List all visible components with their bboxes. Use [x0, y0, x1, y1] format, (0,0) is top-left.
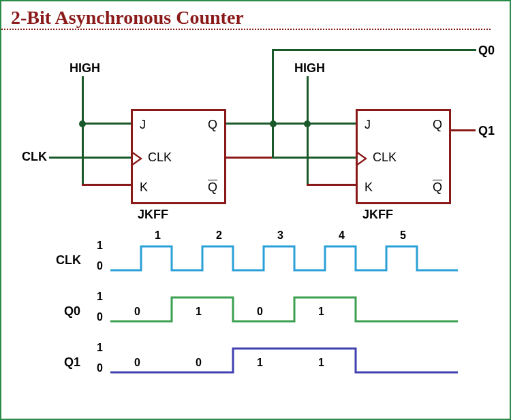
ff1-pin-clk: CLK — [148, 150, 172, 165]
timing-q0-lo: 0 — [97, 311, 103, 323]
ff1-pin-k: K — [140, 180, 148, 195]
circuit-diagram: HIGH HIGH CLK Q0 Q1 J CLK K — [1, 35, 511, 417]
label-high-2: HIGH — [294, 61, 325, 76]
ff2-pin-q: Q — [433, 118, 442, 132]
wire-q1-out — [451, 129, 476, 131]
timing-clk-lo: 0 — [97, 260, 103, 272]
label-high-1: HIGH — [69, 61, 100, 76]
junction-q0 — [270, 120, 277, 127]
wire-high1-to-j — [82, 123, 131, 125]
ff2-pin-k: K — [365, 180, 373, 195]
timing-q0-hi: 1 — [97, 291, 103, 303]
label-clk-input: CLK — [22, 150, 47, 164]
page-title: 2-Bit Asynchronous Counter — [1, 1, 491, 30]
ff2-pin-qbar: Q — [433, 180, 442, 195]
wire-q-ff1-to-ff2-a — [226, 157, 274, 159]
q0-waveform — [110, 291, 465, 325]
wire-clk-in — [49, 157, 131, 159]
label-q1-output: Q1 — [478, 124, 495, 138]
ff1-pin-q: Q — [208, 118, 217, 132]
ff1-name: JKFF — [138, 208, 168, 222]
wire-high2-vert — [307, 76, 309, 185]
junction-high2 — [304, 120, 311, 127]
timing-q0-label: Q0 — [64, 304, 80, 319]
wire-high2-to-k — [307, 184, 356, 186]
timing-q1-label: Q1 — [64, 355, 80, 370]
ff1-pin-j: J — [140, 118, 146, 132]
flipflop-1: J CLK K Q Q — [131, 109, 226, 204]
ff2-name: JKFF — [362, 208, 393, 222]
q1-waveform — [110, 342, 465, 376]
wire-q-ff1-up — [272, 50, 274, 159]
timing-q1-lo: 0 — [97, 362, 103, 374]
timing-clk-hi: 1 — [97, 240, 103, 252]
ff1-pin-qbar: Q — [208, 180, 217, 195]
wire-q-ff1-to-ff2-b — [272, 157, 356, 159]
wire-high1-vert — [82, 76, 84, 185]
flipflop-2: J CLK K Q Q — [356, 109, 451, 204]
diagram-frame: 2-Bit Asynchronous Counter HIGH HIGH CLK… — [0, 0, 511, 420]
ff2-clk-edge-icon — [358, 152, 367, 165]
wire-high1-to-k — [82, 184, 131, 186]
wire-q0-rail — [272, 49, 476, 51]
ff1-clk-edge-icon — [133, 152, 142, 165]
ff2-pin-j: J — [365, 118, 371, 132]
timing-q1-hi: 1 — [97, 342, 103, 354]
timing-clk-label: CLK — [56, 253, 81, 268]
label-q0-output: Q0 — [478, 44, 495, 58]
clk-waveform — [110, 240, 465, 274]
ff2-pin-clk: CLK — [373, 150, 397, 165]
wire-high2-to-j — [307, 123, 356, 125]
junction-high1 — [79, 120, 86, 127]
